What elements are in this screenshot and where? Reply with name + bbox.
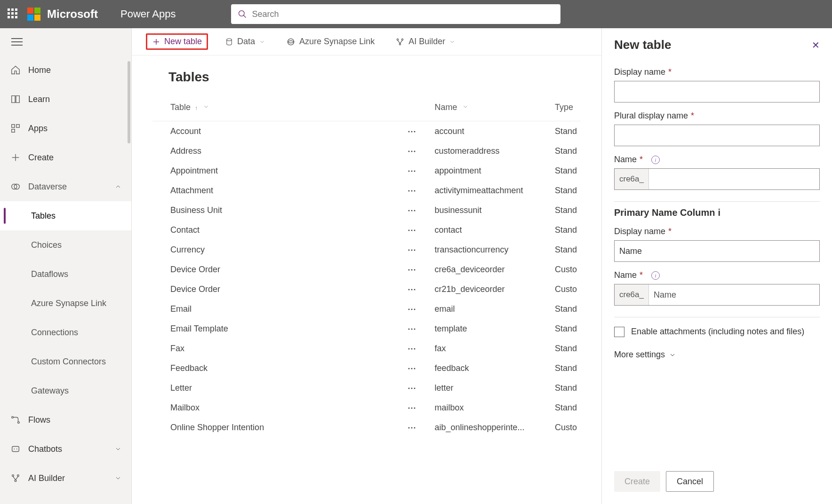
row-table-cell: Mailbox bbox=[152, 398, 404, 417]
row-menu-icon[interactable]: ⋯ bbox=[404, 260, 431, 279]
new-table-button[interactable]: New table bbox=[146, 33, 208, 50]
row-table-cell: Currency bbox=[152, 240, 404, 260]
row-type-cell: Custo bbox=[551, 417, 581, 437]
row-menu-icon[interactable]: ⋯ bbox=[404, 279, 431, 299]
search-box[interactable] bbox=[231, 4, 560, 24]
row-menu-icon[interactable]: ⋯ bbox=[404, 161, 431, 181]
row-menu-icon[interactable]: ⋯ bbox=[404, 378, 431, 398]
primary-name-input[interactable]: cre6a_ Name bbox=[614, 284, 820, 306]
create-button[interactable]: Create bbox=[614, 471, 660, 492]
row-type-cell: Stand bbox=[551, 398, 581, 417]
cancel-button[interactable]: Cancel bbox=[666, 471, 714, 492]
svg-rect-4 bbox=[12, 129, 15, 132]
sidebar-item-connections[interactable]: Connections bbox=[0, 318, 131, 347]
table-row[interactable]: Currency⋯transactioncurrencyStand bbox=[152, 240, 581, 260]
row-menu-icon[interactable]: ⋯ bbox=[404, 240, 431, 260]
table-row[interactable]: Letter⋯letterStand bbox=[152, 378, 581, 398]
close-icon[interactable]: ✕ bbox=[812, 39, 820, 51]
sidebar-item-ai-builder[interactable]: AI Builder bbox=[0, 464, 131, 493]
svg-point-12 bbox=[14, 449, 15, 449]
command-bar: New table Data Azure Synapse Link AI Bui… bbox=[132, 28, 601, 55]
chevron-up-icon bbox=[114, 183, 122, 190]
tables-grid: Table ↑ Name Type Acco bbox=[152, 98, 581, 437]
sidebar-item-synapse[interactable]: Azure Synapse Link bbox=[0, 289, 131, 318]
sidebar-item-custom-connectors[interactable]: Custom Connectors bbox=[0, 347, 131, 376]
row-menu-icon[interactable]: ⋯ bbox=[404, 181, 431, 200]
row-menu-icon[interactable]: ⋯ bbox=[404, 141, 431, 161]
row-table-cell: Address bbox=[152, 141, 404, 161]
row-type-cell: Stand bbox=[551, 181, 581, 200]
ai-builder-icon bbox=[395, 37, 405, 47]
sidebar-item-gateways[interactable]: Gateways bbox=[0, 376, 131, 405]
row-menu-icon[interactable]: ⋯ bbox=[404, 358, 431, 378]
synapse-button[interactable]: Azure Synapse Link bbox=[282, 34, 378, 49]
row-menu-icon[interactable]: ⋯ bbox=[404, 319, 431, 339]
primary-display-name-input[interactable]: Name bbox=[614, 240, 820, 262]
display-name-input[interactable] bbox=[614, 81, 820, 102]
info-icon[interactable]: i bbox=[651, 156, 660, 164]
main-area: New table Data Azure Synapse Link AI Bui… bbox=[132, 28, 601, 504]
row-table-cell: Fax bbox=[152, 339, 404, 358]
more-settings-toggle[interactable]: More settings bbox=[614, 350, 820, 360]
row-name-cell: email bbox=[431, 299, 551, 319]
sidebar-scrollbar[interactable] bbox=[128, 61, 130, 143]
table-row[interactable]: Address⋯customeraddressStand bbox=[152, 141, 581, 161]
row-menu-icon[interactable]: ⋯ bbox=[404, 121, 431, 142]
col-header-table[interactable]: Table ↑ bbox=[152, 98, 404, 121]
sidebar-item-tables[interactable]: Tables bbox=[0, 201, 131, 230]
sidebar-item-dataverse[interactable]: Dataverse bbox=[0, 172, 131, 201]
table-row[interactable]: Contact⋯contactStand bbox=[152, 220, 581, 240]
row-menu-icon[interactable]: ⋯ bbox=[404, 339, 431, 358]
sidebar-item-chatbots[interactable]: Chatbots bbox=[0, 434, 131, 464]
row-type-cell: Stand bbox=[551, 339, 581, 358]
row-menu-icon[interactable]: ⋯ bbox=[404, 200, 431, 220]
app-launcher-icon[interactable] bbox=[8, 8, 19, 20]
row-name-cell: cr21b_deviceorder bbox=[431, 279, 551, 299]
search-input[interactable] bbox=[252, 9, 554, 19]
table-row[interactable]: Online Shopper Intention⋯aib_onlineshopp… bbox=[152, 417, 581, 437]
row-menu-icon[interactable]: ⋯ bbox=[404, 220, 431, 240]
col-header-name[interactable]: Name bbox=[431, 98, 551, 121]
row-name-cell: businessunit bbox=[431, 200, 551, 220]
row-name-cell: letter bbox=[431, 378, 551, 398]
sidebar-item-dataflows[interactable]: Dataflows bbox=[0, 260, 131, 289]
col-header-type[interactable]: Type bbox=[551, 98, 581, 121]
table-row[interactable]: Email⋯emailStand bbox=[152, 299, 581, 319]
row-menu-icon[interactable]: ⋯ bbox=[404, 417, 431, 437]
sidebar-item-apps[interactable]: Apps bbox=[0, 114, 131, 143]
data-button[interactable]: Data bbox=[221, 34, 269, 49]
plural-display-name-input[interactable] bbox=[614, 125, 820, 146]
table-row[interactable]: Account⋯accountStand bbox=[152, 121, 581, 142]
table-row[interactable]: Business Unit⋯businessunitStand bbox=[152, 200, 581, 220]
app-name: Power Apps bbox=[120, 8, 176, 20]
row-type-cell: Stand bbox=[551, 240, 581, 260]
table-row[interactable]: Email Template⋯templateStand bbox=[152, 319, 581, 339]
svg-rect-2 bbox=[12, 125, 15, 127]
table-row[interactable]: Mailbox⋯mailboxStand bbox=[152, 398, 581, 417]
info-icon[interactable]: i bbox=[651, 271, 660, 280]
enable-attachments-checkbox[interactable]: Enable attachments (including notes and … bbox=[614, 326, 820, 338]
sidebar-item-learn[interactable]: Learn bbox=[0, 85, 131, 114]
row-table-cell: Appointment bbox=[152, 161, 404, 181]
row-menu-icon[interactable]: ⋯ bbox=[404, 398, 431, 417]
table-row[interactable]: Attachment⋯activitymimeattachmentStand bbox=[152, 181, 581, 200]
table-row[interactable]: Feedback⋯feedbackStand bbox=[152, 358, 581, 378]
table-row[interactable]: Device Order⋯cr21b_deviceorderCusto bbox=[152, 279, 581, 299]
sidebar-item-label: Custom Connectors bbox=[31, 357, 106, 367]
row-table-cell: Account bbox=[152, 121, 404, 142]
ai-builder-button[interactable]: AI Builder bbox=[392, 34, 459, 49]
checkbox-icon[interactable] bbox=[614, 327, 624, 337]
sidebar-item-choices[interactable]: Choices bbox=[0, 230, 131, 260]
name-input[interactable]: cre6a_ bbox=[614, 168, 820, 190]
table-row[interactable]: Fax⋯faxStand bbox=[152, 339, 581, 358]
table-row[interactable]: Appointment⋯appointmentStand bbox=[152, 161, 581, 181]
row-type-cell: Stand bbox=[551, 200, 581, 220]
sidebar-item-create[interactable]: Create bbox=[0, 143, 131, 172]
chevron-down-icon bbox=[462, 103, 469, 110]
row-menu-icon[interactable]: ⋯ bbox=[404, 299, 431, 319]
sidebar-item-flows[interactable]: Flows bbox=[0, 405, 131, 434]
info-icon[interactable]: i bbox=[718, 207, 721, 218]
hamburger-icon[interactable] bbox=[11, 38, 23, 46]
table-row[interactable]: Device Order⋯cre6a_deviceorderCusto bbox=[152, 260, 581, 279]
sidebar-item-home[interactable]: Home bbox=[0, 55, 131, 85]
